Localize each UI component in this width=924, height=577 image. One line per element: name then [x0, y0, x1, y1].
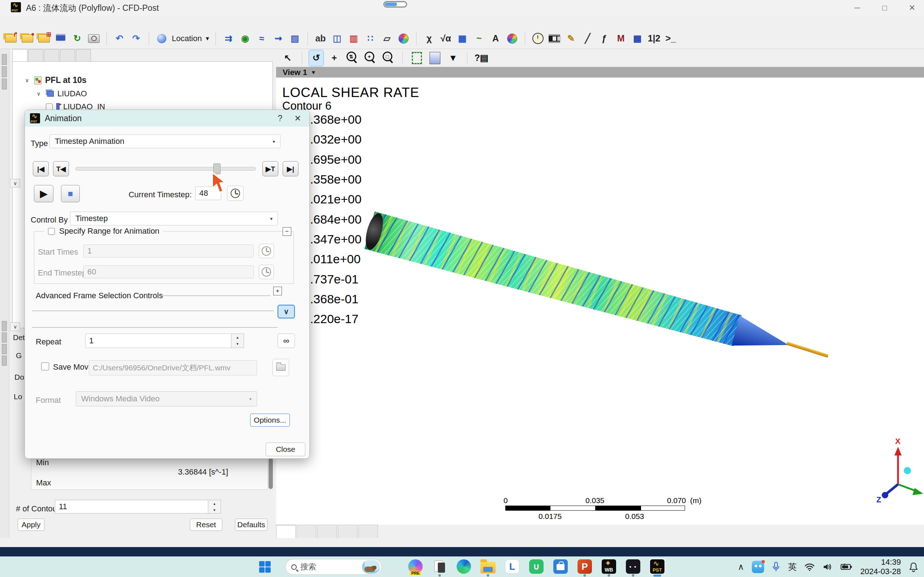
- vector-icon[interactable]: ⇉: [221, 31, 236, 47]
- contours-input[interactable]: 11: [55, 500, 221, 514]
- rotation-center-icon[interactable]: [410, 50, 424, 66]
- tab-calculators[interactable]: [60, 49, 75, 61]
- function-calculator-icon[interactable]: ƒ: [597, 31, 611, 47]
- select-tool-icon[interactable]: ↖: [281, 50, 295, 66]
- taskbar-taskview-icon[interactable]: [431, 558, 448, 575]
- taskbar-link-app-icon[interactable]: L: [504, 558, 520, 575]
- tab-table-viewer[interactable]: [297, 525, 316, 538]
- minimize-button[interactable]: ─: [852, 3, 863, 13]
- streamline-icon[interactable]: ≈: [254, 31, 269, 47]
- command-editor-icon[interactable]: >_: [663, 31, 678, 47]
- details-tab-partial[interactable]: G: [16, 351, 22, 360]
- expand-button[interactable]: +: [273, 287, 282, 295]
- load-session-icon[interactable]: ⊞: [37, 31, 51, 47]
- timestep-slider[interactable]: [76, 167, 256, 171]
- wifi-icon[interactable]: [804, 562, 815, 571]
- load-results-icon[interactable]: ↱: [3, 31, 18, 47]
- tab-outline[interactable]: [12, 49, 27, 61]
- details-scrollbar[interactable]: [268, 458, 273, 489]
- taskbar-edge-icon[interactable]: [456, 558, 472, 575]
- tree-checkbox[interactable]: [46, 103, 53, 110]
- end-timestep-input[interactable]: 60: [83, 266, 254, 279]
- screen-recorder-pill[interactable]: [383, 1, 407, 8]
- instance-transform-icon[interactable]: ∷: [363, 31, 378, 47]
- rotate-tool-icon[interactable]: ↺: [309, 50, 323, 66]
- dialog-close-icon[interactable]: ✕: [291, 114, 304, 123]
- variables-icon[interactable]: χ: [422, 31, 436, 47]
- refresh-icon[interactable]: ↻: [70, 31, 84, 47]
- snapshot-icon[interactable]: [87, 31, 101, 47]
- mesh-calculator-icon[interactable]: ▦: [630, 31, 645, 47]
- zoom-in-tool-icon[interactable]: +: [363, 50, 378, 66]
- viewer-help-icon[interactable]: ?▤: [474, 50, 489, 66]
- chevron-expand-icon[interactable]: ∨: [23, 77, 31, 84]
- taskbar-v-app-icon[interactable]: ∪: [528, 558, 544, 575]
- text-icon[interactable]: ab: [313, 31, 328, 47]
- to-start-button[interactable]: |◀: [33, 161, 49, 176]
- tree-item-root[interactable]: PFL at 10s: [45, 76, 87, 85]
- play-button[interactable]: ▶: [34, 185, 53, 202]
- background-color-icon[interactable]: [428, 50, 442, 66]
- charts-icon[interactable]: ~: [472, 31, 486, 47]
- start-button[interactable]: [258, 561, 271, 574]
- expressions-icon[interactable]: √α: [439, 31, 453, 47]
- volume-icon[interactable]: [822, 562, 833, 571]
- animation-icon[interactable]: [547, 31, 562, 47]
- chevron-expand-icon[interactable]: ∨: [35, 90, 42, 97]
- legend-icon[interactable]: ▥: [347, 31, 361, 47]
- specify-range-checkbox[interactable]: [48, 228, 55, 235]
- taskbar-cfdpost-icon[interactable]: PST: [649, 558, 666, 575]
- close-button[interactable]: ✕: [907, 3, 918, 13]
- zoom-box-tool-icon[interactable]: ⇅: [345, 50, 360, 66]
- volume-rendering-icon[interactable]: ▧: [288, 31, 302, 47]
- step-forward-button[interactable]: ▶T: [262, 161, 278, 176]
- tables-icon[interactable]: ▦: [455, 31, 470, 47]
- splitter-chevron-icon[interactable]: ∨: [10, 322, 20, 331]
- ime-app-icon[interactable]: [752, 561, 764, 573]
- dialog-titlebar[interactable]: Animation ? ✕: [25, 110, 309, 127]
- tray-chevron-icon[interactable]: ∧: [738, 562, 744, 572]
- notifications-bell-icon[interactable]: [909, 562, 918, 572]
- tray-clock[interactable]: 14:39 2024-03-28: [860, 558, 901, 576]
- collapse-button[interactable]: −: [283, 227, 291, 236]
- tab-turbo[interactable]: [76, 49, 91, 61]
- details-tab-partial[interactable]: Do: [15, 373, 24, 382]
- tab-report-viewer[interactable]: [359, 525, 378, 538]
- taskbar-wb-icon[interactable]: WB: [601, 558, 617, 575]
- fit-view-tool-icon[interactable]: □: [381, 50, 396, 66]
- splitter-chevron-icon[interactable]: ∨: [10, 179, 20, 187]
- background-dropdown-icon[interactable]: ▼: [446, 50, 460, 66]
- step-back-button[interactable]: T◀: [53, 161, 69, 176]
- load-state-icon[interactable]: ●: [20, 31, 35, 47]
- search-box[interactable]: 搜索: [285, 559, 382, 575]
- taskbar-explorer-icon[interactable]: [480, 558, 496, 575]
- show-more-button[interactable]: ∨: [278, 305, 295, 318]
- to-end-button[interactable]: ▶|: [283, 161, 299, 176]
- quick-editor-icon[interactable]: ✎: [564, 31, 578, 47]
- language-indicator[interactable]: 英: [788, 561, 796, 573]
- dialog-help-button[interactable]: ?: [274, 114, 287, 123]
- control-by-dropdown[interactable]: Timestep▾: [70, 212, 278, 226]
- contour-icon[interactable]: ◉: [238, 31, 252, 47]
- end-clock-button[interactable]: [259, 265, 274, 279]
- comment-icon[interactable]: A: [488, 31, 503, 47]
- repeat-stepper[interactable]: ▴▾: [231, 334, 244, 348]
- taskbar-assistant-icon[interactable]: • •: [625, 558, 641, 575]
- details-tab-partial[interactable]: Lo: [14, 392, 22, 401]
- tab-chart-viewer[interactable]: [317, 525, 337, 538]
- start-clock-button[interactable]: [259, 244, 274, 258]
- repeat-input[interactable]: 1: [85, 334, 244, 348]
- undo-icon[interactable]: ↶: [112, 31, 127, 47]
- probe-icon[interactable]: ╱: [580, 31, 595, 47]
- tab-expressions[interactable]: [44, 49, 59, 61]
- timestep-selector-icon[interactable]: [531, 31, 545, 47]
- stop-button[interactable]: ■: [61, 185, 80, 202]
- taskbar-copilot-icon[interactable]: PRE: [407, 558, 424, 575]
- repeat-forever-button[interactable]: ∞: [278, 334, 295, 348]
- case-comparison-icon[interactable]: 1|2: [647, 31, 661, 47]
- tab-variables[interactable]: [28, 49, 43, 61]
- timestep-clock-button[interactable]: [227, 186, 244, 201]
- type-dropdown[interactable]: Timestep Animation▾: [50, 134, 281, 148]
- taskbar-powerpoint-icon[interactable]: P: [577, 558, 593, 575]
- coord-frame-icon[interactable]: ◫: [330, 31, 344, 47]
